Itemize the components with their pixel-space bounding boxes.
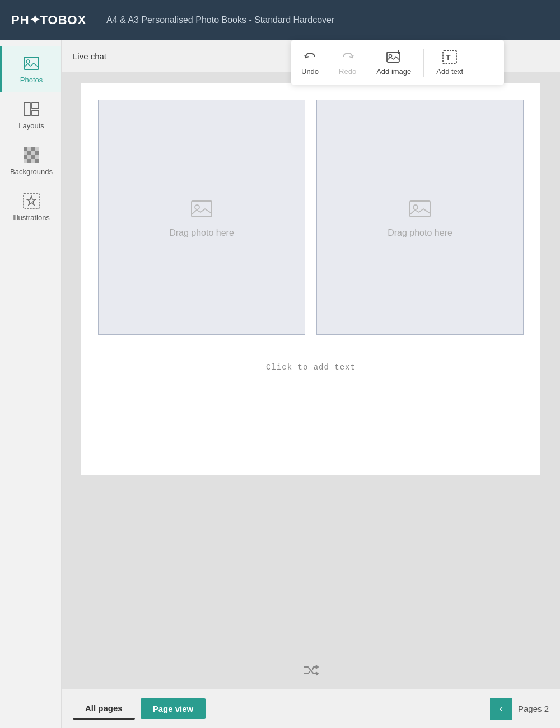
photo-slot-1[interactable]: Drag photo here <box>98 100 305 335</box>
add-text-label: Add text <box>436 67 463 76</box>
toolbar-popup: Undo Redo Add image T Add text <box>291 40 504 85</box>
redo-label: Redo <box>339 67 356 76</box>
svg-rect-0 <box>24 57 39 69</box>
sidebar-illustrations-label: Illustrations <box>13 213 50 222</box>
page-view-button[interactable]: Page view <box>141 698 206 719</box>
undo-icon <box>302 49 318 65</box>
add-text-icon: T <box>442 49 458 65</box>
sidebar: Photos Layouts <box>0 40 62 728</box>
svg-marker-23 <box>27 196 36 205</box>
svg-point-1 <box>26 60 30 63</box>
toolbar-divider <box>423 49 424 77</box>
photo-placeholder-icon-1 <box>189 197 214 221</box>
photo-placeholder-icon-2 <box>408 197 432 221</box>
bottom-bar: All pages Page view ‹ Pages 2 <box>62 689 560 728</box>
svg-text:T: T <box>446 53 451 62</box>
redo-icon <box>340 49 356 65</box>
add-text-area[interactable]: Click to add text <box>98 352 524 383</box>
svg-rect-3 <box>32 102 39 109</box>
shuffle-icon[interactable] <box>302 664 319 680</box>
photo-slot-1-label: Drag photo here <box>169 228 234 238</box>
sidebar-item-photos[interactable]: Photos <box>0 46 61 92</box>
photo-slot-2[interactable]: Drag photo here <box>316 100 524 335</box>
svg-rect-18 <box>24 159 27 163</box>
sidebar-photos-label: Photos <box>20 76 43 84</box>
add-image-icon <box>386 49 402 65</box>
layouts-icon <box>22 100 41 119</box>
illustrations-icon <box>22 192 41 211</box>
svg-rect-17 <box>35 155 39 159</box>
svg-rect-21 <box>35 159 39 163</box>
svg-rect-19 <box>27 159 31 163</box>
photo-slots: Drag photo here Drag photo here <box>98 100 524 335</box>
undo-button[interactable]: Undo <box>291 45 329 80</box>
sidebar-backgrounds-label: Backgrounds <box>10 167 53 176</box>
svg-point-33 <box>413 205 418 209</box>
photo-slot-2-label: Drag photo here <box>388 228 452 238</box>
svg-rect-13 <box>35 151 39 155</box>
svg-rect-30 <box>192 201 212 217</box>
shuffle-area <box>62 655 560 689</box>
svg-point-31 <box>195 205 199 209</box>
canvas-page: Drag photo here Drag photo here Click to… <box>81 83 540 475</box>
svg-rect-24 <box>387 52 399 62</box>
undo-label: Undo <box>301 67 319 76</box>
svg-rect-2 <box>24 102 30 116</box>
header: PH✦TOBOX A4 & A3 Personalised Photo Book… <box>0 0 560 40</box>
svg-rect-16 <box>31 155 35 159</box>
svg-rect-4 <box>32 110 39 116</box>
svg-rect-32 <box>410 201 430 217</box>
add-text-button[interactable]: T Add text <box>426 45 473 80</box>
svg-rect-12 <box>31 151 35 155</box>
sidebar-item-illustrations[interactable]: Illustrations <box>0 184 61 230</box>
page-title: A4 & A3 Personalised Photo Books - Stand… <box>106 15 334 25</box>
sidebar-layouts-label: Layouts <box>18 122 44 130</box>
svg-rect-7 <box>27 147 31 151</box>
main-canvas-area: Drag photo here Drag photo here Click to… <box>62 72 560 655</box>
pages-nav: ‹ Pages 2 <box>490 698 549 720</box>
svg-rect-8 <box>31 147 35 151</box>
logo: PH✦TOBOX <box>11 13 101 27</box>
sidebar-item-layouts[interactable]: Layouts <box>0 92 61 138</box>
svg-rect-14 <box>24 155 27 159</box>
prev-page-button[interactable]: ‹ <box>490 698 512 720</box>
add-image-label: Add image <box>376 67 411 76</box>
add-image-button[interactable]: Add image <box>366 45 421 80</box>
svg-rect-11 <box>27 151 31 155</box>
pages-label: Pages 2 <box>518 704 549 713</box>
svg-rect-9 <box>35 147 39 151</box>
svg-rect-20 <box>31 159 35 163</box>
svg-rect-10 <box>24 151 27 155</box>
all-pages-button[interactable]: All pages <box>73 698 135 720</box>
sidebar-item-backgrounds[interactable]: Backgrounds <box>0 138 61 184</box>
svg-rect-15 <box>27 155 31 159</box>
live-chat-link[interactable]: Live chat <box>73 52 106 61</box>
svg-rect-6 <box>24 147 27 151</box>
backgrounds-icon <box>22 146 41 165</box>
photos-icon <box>22 54 41 73</box>
redo-button[interactable]: Redo <box>329 45 366 80</box>
